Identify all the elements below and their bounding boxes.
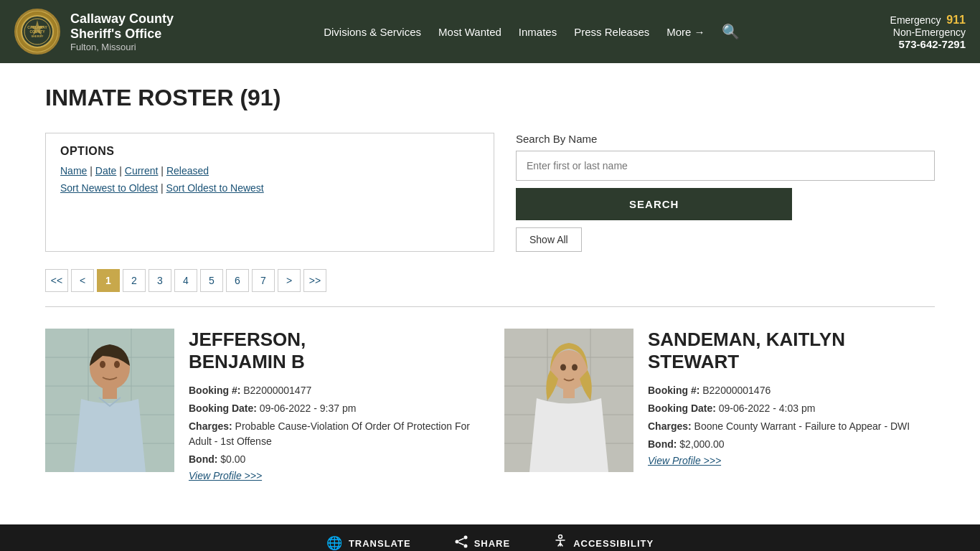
inmate-bond-jefferson: Bond: $0.00: [189, 452, 476, 467]
sort-date-link[interactable]: Date: [95, 165, 117, 176]
inmate-card-jefferson: JEFFERSON,BENJAMIN B Booking #: B2200000…: [45, 329, 476, 481]
svg-rect-15: [103, 387, 117, 399]
agency-title: Callaway County Sheriff's Office Fulton,…: [70, 11, 174, 52]
svg-point-17: [114, 361, 120, 368]
nav-most-wanted[interactable]: Most Wanted: [438, 26, 501, 38]
nav-press-releases[interactable]: Press Releases: [574, 26, 649, 38]
emergency-label: Emergency 911: [890, 14, 966, 27]
svg-point-29: [572, 364, 578, 371]
pagination-page-3[interactable]: 3: [149, 269, 171, 292]
sort-current-link[interactable]: Current: [125, 165, 159, 176]
agency-subtitle: Sheriff's Office: [70, 27, 174, 42]
main-nav: Divisions & Services Most Wanted Inmates…: [324, 23, 740, 40]
sort-order-links: Sort Newest to Oldest | Sort Oldest to N…: [60, 182, 479, 194]
pagination-page-4[interactable]: 4: [174, 269, 197, 292]
inmate-photo-sandeman[interactable]: [504, 329, 633, 472]
inmate-booking-date-sandeman: Booking Date: 09-06-2022 - 4:03 pm: [648, 401, 910, 416]
sort-newest-link[interactable]: Sort Newest to Oldest: [60, 182, 158, 194]
logo-inner: CALLAWAY COUNTY SHERIFF: [17, 11, 57, 52]
header-left: CALLAWAY COUNTY SHERIFF Callaway County …: [14, 9, 174, 55]
show-all-button[interactable]: Show All: [516, 227, 582, 252]
nav-divisions[interactable]: Divisions & Services: [324, 26, 421, 38]
svg-point-16: [100, 361, 105, 368]
footer-share-label: SHARE: [474, 538, 511, 549]
inmate-info-sandeman: SANDEMAN, KAITLYNSTEWART Booking #: B220…: [648, 329, 910, 481]
nav-inmates[interactable]: Inmates: [519, 26, 557, 38]
footer-translate-label: TRANSLATE: [349, 538, 411, 549]
nav-more[interactable]: More →: [666, 26, 705, 38]
inmate-name-jefferson[interactable]: JEFFERSON,BENJAMIN B: [189, 329, 476, 373]
search-label: Search By Name: [516, 133, 935, 145]
pagination: << < 1 2 3 4 5 6 7 > >>: [45, 269, 935, 292]
search-button[interactable]: SEARCH: [516, 188, 792, 220]
sort-type-links: Name | Date | Current | Released: [60, 165, 479, 176]
non-emergency-number: 573-642-7291: [890, 38, 966, 50]
svg-line-33: [458, 538, 463, 540]
view-profile-jefferson[interactable]: View Profile >>>: [189, 470, 262, 481]
sort-oldest-link[interactable]: Sort Oldest to Newest: [166, 182, 264, 194]
globe-icon: 🌐: [326, 535, 343, 551]
footer-share[interactable]: SHARE: [454, 535, 511, 551]
options-search-row: OPTIONS Name | Date | Current | Released…: [45, 133, 935, 252]
footer-accessibility[interactable]: ACCESSIBILITY: [553, 534, 654, 551]
pagination-page-6[interactable]: 6: [226, 269, 249, 292]
main-content: INMATE ROSTER (91) OPTIONS Name | Date |…: [17, 63, 963, 496]
pagination-page-2[interactable]: 2: [123, 269, 146, 292]
svg-point-28: [560, 364, 566, 371]
accessibility-icon: [553, 534, 567, 551]
site-header: CALLAWAY COUNTY SHERIFF Callaway County …: [0, 0, 980, 63]
view-profile-sandeman[interactable]: View Profile >>>: [648, 455, 721, 466]
options-box: OPTIONS Name | Date | Current | Released…: [45, 133, 494, 252]
options-heading: OPTIONS: [60, 145, 479, 158]
sort-released-link[interactable]: Released: [166, 165, 209, 176]
sort-name-link[interactable]: Name: [60, 165, 87, 176]
search-input[interactable]: [516, 151, 935, 181]
page-title: INMATE ROSTER (91): [45, 85, 935, 111]
site-footer: 🌐 TRANSLATE SHARE ACCESSIBILITY: [0, 524, 980, 551]
pagination-prev[interactable]: <: [71, 269, 94, 292]
share-icon: [454, 535, 468, 551]
pagination-page-5[interactable]: 5: [200, 269, 223, 292]
pagination-last[interactable]: >>: [303, 269, 326, 292]
footer-translate[interactable]: 🌐 TRANSLATE: [326, 535, 411, 551]
svg-rect-27: [563, 388, 575, 398]
svg-point-31: [463, 544, 467, 547]
agency-name: Callaway County: [70, 11, 174, 27]
inmate-booking-num-jefferson: Booking #: B22000001477: [189, 383, 476, 398]
agency-logo: CALLAWAY COUNTY SHERIFF: [14, 9, 60, 55]
non-emergency-label: Non-Emergency: [890, 27, 966, 38]
inmate-name-sandeman[interactable]: SANDEMAN, KAITLYNSTEWART: [648, 329, 910, 373]
emergency-info: Emergency 911 Non-Emergency 573-642-7291: [890, 14, 966, 50]
search-box: Search By Name SEARCH Show All: [516, 133, 935, 252]
inmates-grid: JEFFERSON,BENJAMIN B Booking #: B2200000…: [45, 329, 935, 481]
header-search-button[interactable]: 🔍: [722, 23, 740, 40]
svg-point-35: [559, 534, 562, 538]
svg-line-34: [458, 542, 463, 545]
arrow-right-icon: →: [694, 26, 705, 38]
inmate-bond-sandeman: Bond: $2,000.00: [648, 437, 910, 452]
pagination-page-1[interactable]: 1: [97, 269, 120, 292]
inmate-charges-jefferson: Charges: Probable Cause-Violation Of Ord…: [189, 419, 476, 449]
inmate-booking-num-sandeman: Booking #: B22000001476: [648, 383, 910, 398]
svg-point-30: [463, 535, 467, 539]
footer-accessibility-label: ACCESSIBILITY: [573, 538, 654, 549]
pagination-next[interactable]: >: [278, 269, 301, 292]
content-divider: [45, 306, 935, 307]
svg-point-32: [455, 540, 458, 543]
inmate-photo-jefferson[interactable]: [45, 329, 174, 472]
agency-location: Fulton, Missouri: [70, 42, 174, 52]
inmate-booking-date-jefferson: Booking Date: 09-06-2022 - 9:37 pm: [189, 401, 476, 416]
inmate-charges-sandeman: Charges: Boone County Warrant - Failure …: [648, 419, 910, 434]
pagination-first[interactable]: <<: [45, 269, 68, 292]
pagination-page-7[interactable]: 7: [252, 269, 275, 292]
inmate-info-jefferson: JEFFERSON,BENJAMIN B Booking #: B2200000…: [189, 329, 476, 481]
inmate-card-sandeman: SANDEMAN, KAITLYNSTEWART Booking #: B220…: [504, 329, 935, 481]
